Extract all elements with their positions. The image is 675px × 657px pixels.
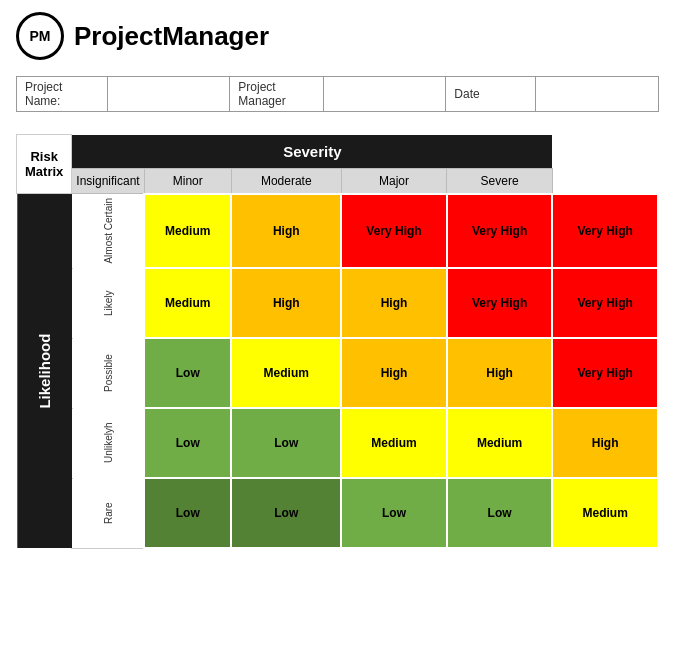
- likelihood-label: Likelihood: [17, 194, 72, 549]
- col-header-2: Moderate: [231, 168, 341, 194]
- matrix-cell-2-2: High: [341, 338, 447, 408]
- matrix-cell-4-2: Low: [341, 478, 447, 548]
- matrix-cell-3-2: Medium: [341, 408, 447, 478]
- matrix-cell-0-1: High: [231, 194, 341, 269]
- row-label-4: Rare: [72, 478, 144, 548]
- matrix-cell-1-1: High: [231, 268, 341, 338]
- col-header-0: Insignificant: [72, 168, 144, 194]
- app-title: ProjectManager: [74, 21, 269, 52]
- date-label: Date: [446, 77, 536, 112]
- matrix-cell-0-3: Very High: [447, 194, 553, 269]
- matrix-cell-4-3: Low: [447, 478, 553, 548]
- col-header-4: Severe: [447, 168, 553, 194]
- project-manager-value[interactable]: [323, 77, 446, 112]
- matrix-cell-3-4: High: [552, 408, 658, 478]
- matrix-body: LikelihoodAlmost CertainMediumHighVery H…: [17, 194, 659, 549]
- matrix-cell-0-4: Very High: [552, 194, 658, 269]
- risk-matrix-corner-label: Risk Matrix: [17, 135, 72, 194]
- matrix-cell-4-4: Medium: [552, 478, 658, 548]
- col-header-1: Minor: [144, 168, 231, 194]
- form-section: Project Name: Project Manager Date: [0, 72, 675, 124]
- project-manager-input[interactable]: [332, 87, 438, 101]
- row-label-1: Likely: [72, 268, 144, 338]
- date-value[interactable]: [536, 77, 659, 112]
- matrix-cell-3-1: Low: [231, 408, 341, 478]
- app-header: PM ProjectManager: [0, 0, 675, 72]
- matrix-cell-3-3: Medium: [447, 408, 553, 478]
- matrix-cell-2-1: Medium: [231, 338, 341, 408]
- matrix-cell-2-3: High: [447, 338, 553, 408]
- matrix-cell-2-0: Low: [144, 338, 231, 408]
- matrix-cell-2-4: Very High: [552, 338, 658, 408]
- matrix-row: LikelihoodAlmost CertainMediumHighVery H…: [17, 194, 659, 269]
- matrix-cell-1-2: High: [341, 268, 447, 338]
- severity-header: Severity: [72, 135, 553, 169]
- matrix-cell-4-0: Low: [144, 478, 231, 548]
- matrix-cell-0-0: Medium: [144, 194, 231, 269]
- project-name-value[interactable]: [107, 77, 230, 112]
- project-name-label: Project Name:: [17, 77, 108, 112]
- row-label-0: Almost Certain: [72, 194, 144, 269]
- risk-matrix-table: Risk Matrix Severity InsignificantMinorM…: [16, 134, 659, 549]
- column-header-row: InsignificantMinorModerateMajorSevere: [17, 168, 659, 194]
- matrix-row: PossibleLowMediumHighHighVery High: [17, 338, 659, 408]
- project-name-input[interactable]: [116, 87, 222, 101]
- matrix-cell-3-0: Low: [144, 408, 231, 478]
- matrix-cell-1-3: Very High: [447, 268, 553, 338]
- matrix-cell-1-4: Very High: [552, 268, 658, 338]
- matrix-row: UnlikelyhLowLowMediumMediumHigh: [17, 408, 659, 478]
- matrix-cell-4-1: Low: [231, 478, 341, 548]
- date-input[interactable]: [544, 87, 650, 101]
- matrix-cell-0-2: Very High: [341, 194, 447, 269]
- row-label-3: Unlikelyh: [72, 408, 144, 478]
- matrix-row: RareLowLowLowLowMedium: [17, 478, 659, 548]
- matrix-row: LikelyMediumHighHighVery HighVery High: [17, 268, 659, 338]
- app-logo: PM: [16, 12, 64, 60]
- matrix-cell-1-0: Medium: [144, 268, 231, 338]
- matrix-section: Risk Matrix Severity InsignificantMinorM…: [0, 124, 675, 565]
- col-header-3: Major: [341, 168, 447, 194]
- project-manager-label: Project Manager: [230, 77, 323, 112]
- project-form: Project Name: Project Manager Date: [16, 76, 659, 112]
- row-label-2: Possible: [72, 338, 144, 408]
